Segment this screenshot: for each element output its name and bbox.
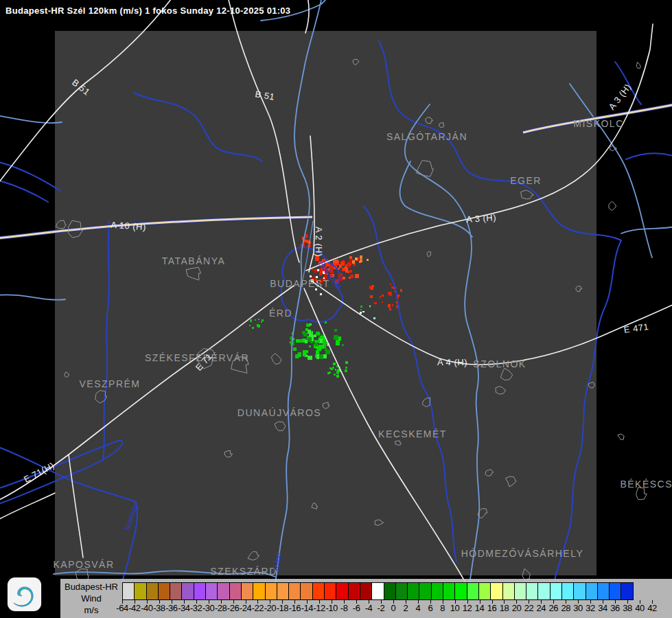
legend-color-box — [158, 582, 170, 600]
legend-color-box — [443, 582, 455, 600]
legend-value: -20 — [264, 603, 276, 613]
radar-echo-green-core — [319, 354, 324, 359]
legend-value: 4 — [415, 603, 420, 613]
legend-color-box — [621, 582, 633, 600]
radar-echo-red-core — [329, 269, 333, 273]
legend-value: -26 — [227, 603, 239, 613]
radar-echo-green-core — [308, 356, 312, 360]
legend-color-box — [241, 582, 253, 600]
legend-color-box — [609, 582, 621, 600]
radar-echo-red-core — [321, 268, 323, 270]
legend-color-box — [122, 582, 135, 600]
radar-echo-red-core — [350, 275, 354, 278]
legend-value: -34 — [178, 603, 189, 613]
legend-value: -2 — [378, 603, 385, 613]
radar-echo-green-core — [314, 343, 317, 345]
legend-product-name: Budapest-HR — [60, 581, 122, 593]
legend-color-box — [181, 582, 194, 600]
radar-echo-green-south — [335, 369, 337, 371]
legend-value: -38 — [153, 603, 165, 613]
legend-color-box — [537, 582, 550, 600]
radar-echo-red-core — [323, 266, 327, 270]
radar-echo-white-specks — [316, 276, 318, 278]
legend-color-box — [265, 582, 277, 600]
radar-echo-green-specks-ne — [360, 309, 362, 310]
legend-color-box — [170, 582, 182, 600]
radar-echo-green-core — [295, 354, 299, 358]
radar-echo-red-core — [349, 256, 353, 260]
legend-color-box — [288, 582, 301, 600]
radar-echo-green-core — [334, 329, 337, 332]
radar-echo-orange-wisp — [360, 259, 362, 260]
radar-echo-white-specks — [316, 282, 318, 283]
legend-value: -16 — [289, 603, 301, 613]
legend-color-box — [134, 582, 146, 600]
radar-echo-green-core — [310, 323, 312, 325]
radar-echo-red-core — [319, 273, 321, 275]
city-outline — [637, 62, 641, 68]
legend-color-box — [300, 582, 312, 600]
radar-echo-green-south — [345, 361, 348, 364]
radar-echo-red-core — [319, 279, 323, 283]
radar-echo-cyan-speck — [373, 317, 375, 319]
legend-value: 30 — [573, 603, 582, 613]
radar-echo-green-core — [303, 332, 308, 336]
radar-echo-green-specks-ne — [360, 312, 362, 314]
radar-echo-red-east — [391, 292, 392, 293]
legend-value: -6 — [353, 603, 360, 613]
legend-color-box — [514, 582, 526, 600]
legend-value: 12 — [463, 603, 472, 613]
legend-value: -30 — [202, 603, 214, 613]
radar-echo-green-south — [333, 363, 336, 365]
legend-scale-numbers: -64-42-40-38-36-34-32-30-28-26-24-22-20-… — [122, 600, 664, 617]
legend-value: -64 — [116, 603, 128, 613]
radar-echo-green-core — [336, 341, 340, 345]
radar-echo-red-core — [312, 268, 314, 271]
radar-echo-white-specks — [310, 275, 312, 277]
legend-color-box — [217, 582, 229, 600]
radar-echo-green-specks-ne — [362, 311, 364, 313]
radar-echo-red-east — [374, 302, 376, 304]
legend-value: 36 — [610, 603, 619, 613]
legend-color-box — [348, 582, 360, 600]
legend-color-box — [526, 582, 538, 600]
radar-echo-red-core — [315, 256, 320, 261]
legend-value: 0 — [391, 603, 396, 613]
radar-echo-red-east — [380, 296, 382, 298]
app-logo[interactable] — [8, 577, 41, 611]
legend-color-box — [467, 582, 479, 600]
city-outline — [636, 488, 647, 500]
legend-value: 18 — [500, 603, 509, 613]
legend-value: -40 — [141, 603, 152, 613]
radar-echo-green-west — [249, 325, 251, 326]
radar-echo-red-core — [330, 275, 332, 277]
radar-echo-orange-wisp — [367, 259, 369, 261]
legend-product-label: Budapest-HR Wind m/s — [60, 581, 122, 616]
legend-value: -24 — [240, 603, 251, 613]
radar-echo-green-core — [334, 335, 338, 340]
radar-screen: Budapest-HR Szél 120km (m/s) 1 fokos Sun… — [0, 0, 672, 618]
radar-echo-green-core — [314, 334, 316, 337]
radar-echo-red-core — [314, 269, 317, 273]
legend-color-box — [253, 582, 265, 600]
legend-color-box — [324, 582, 336, 600]
legend-color-box — [384, 582, 396, 600]
legend-unit: m/s — [60, 604, 122, 616]
legend-color-box — [597, 582, 610, 600]
radar-echo-red-core — [342, 268, 346, 272]
radar-echo-white-specks — [315, 288, 317, 290]
legend-color-box — [395, 582, 408, 600]
radar-echo-green-core — [296, 339, 299, 343]
legend-color-box — [502, 582, 515, 600]
radar-echo-red-core — [349, 270, 352, 273]
legend-color-box — [454, 582, 467, 600]
legend-color-box — [229, 582, 242, 600]
radar-echo-red-east — [389, 293, 393, 297]
legend-value: -28 — [215, 603, 227, 613]
legend-color-box — [550, 582, 562, 600]
radar-echo-red-north — [305, 234, 308, 237]
radar-echo-green-west — [250, 319, 253, 322]
radar-echo-red-core — [340, 262, 345, 266]
legend-color-box — [371, 582, 384, 600]
legend-color-box — [336, 582, 348, 600]
